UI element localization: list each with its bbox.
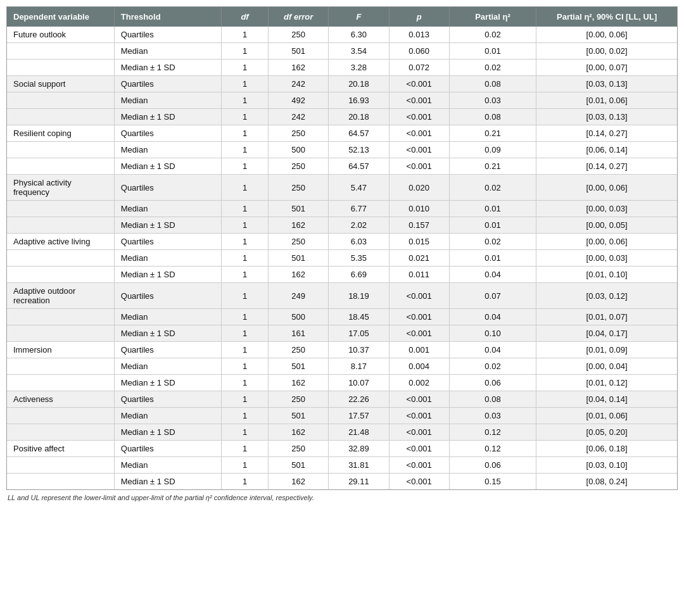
F-cell: 52.13 (329, 142, 389, 158)
eta-cell: 0.03 (449, 408, 536, 424)
eta-cell: 0.02 (449, 60, 536, 76)
ci-cell: [0.04, 0.17] (536, 325, 677, 342)
threshold-cell: Quartiles (114, 27, 221, 43)
F-cell: 20.18 (329, 109, 389, 125)
p-cell: 0.015 (389, 234, 449, 250)
ci-cell: [0.00, 0.06] (536, 27, 677, 43)
df-cell: 1 (222, 158, 269, 175)
eta-cell: 0.01 (449, 43, 536, 60)
F-cell: 32.89 (329, 441, 389, 457)
df-cell: 1 (222, 76, 269, 92)
threshold-cell: Median ± 1 SD (114, 375, 221, 391)
df_error-cell: 242 (269, 76, 329, 92)
table-row: Adaptive active livingQuartiles12506.030… (7, 234, 677, 250)
p-cell: 0.001 (389, 342, 449, 358)
p-cell: 0.157 (389, 217, 449, 234)
ci-cell: [0.14, 0.27] (536, 125, 677, 142)
df_error-cell: 501 (269, 201, 329, 217)
df_error-cell: 250 (269, 158, 329, 175)
dep-var-cell (7, 60, 114, 76)
df_error-cell: 162 (269, 424, 329, 441)
df_error-cell: 250 (269, 342, 329, 358)
F-cell: 5.47 (329, 175, 389, 201)
p-cell: <0.001 (389, 283, 449, 309)
dep-var-cell: Physical activity frequency (7, 175, 114, 201)
F-cell: 10.07 (329, 375, 389, 391)
ci-cell: [0.06, 0.14] (536, 142, 677, 158)
table-row: ImmersionQuartiles125010.370.0010.04[0.0… (7, 342, 677, 358)
threshold-cell: Median ± 1 SD (114, 158, 221, 175)
df-cell: 1 (222, 109, 269, 125)
p-cell: <0.001 (389, 424, 449, 441)
threshold-cell: Median (114, 457, 221, 474)
col-df: df (222, 7, 269, 27)
eta-cell: 0.06 (449, 375, 536, 391)
F-cell: 6.77 (329, 201, 389, 217)
table-row: Adaptive outdoor recreationQuartiles1249… (7, 283, 677, 309)
df_error-cell: 161 (269, 325, 329, 342)
ci-cell: [0.05, 0.20] (536, 424, 677, 441)
dep-var-cell (7, 158, 114, 175)
p-cell: <0.001 (389, 158, 449, 175)
df_error-cell: 250 (269, 391, 329, 408)
df-cell: 1 (222, 142, 269, 158)
table-row: Median150052.13<0.0010.09[0.06, 0.14] (7, 142, 677, 158)
col-f: F (329, 7, 389, 27)
p-cell: 0.011 (389, 267, 449, 283)
F-cell: 17.57 (329, 408, 389, 424)
table-row: Median15018.170.0040.02[0.00, 0.04] (7, 358, 677, 375)
eta-cell: 0.10 (449, 325, 536, 342)
F-cell: 3.54 (329, 43, 389, 60)
df-cell: 1 (222, 43, 269, 60)
dep-var-cell: Adaptive active living (7, 234, 114, 250)
df-cell: 1 (222, 391, 269, 408)
df_error-cell: 501 (269, 457, 329, 474)
df-cell: 1 (222, 457, 269, 474)
df-cell: 1 (222, 424, 269, 441)
threshold-cell: Median (114, 408, 221, 424)
df-cell: 1 (222, 325, 269, 342)
eta-cell: 0.04 (449, 309, 536, 325)
ci-cell: [0.00, 0.07] (536, 60, 677, 76)
F-cell: 22.26 (329, 391, 389, 408)
col-eta: Partial η² (449, 7, 536, 27)
dep-var-cell (7, 267, 114, 283)
p-cell: <0.001 (389, 441, 449, 457)
eta-cell: 0.21 (449, 125, 536, 142)
p-cell: <0.001 (389, 325, 449, 342)
df_error-cell: 501 (269, 43, 329, 60)
table-row: Physical activity frequencyQuartiles1250… (7, 175, 677, 201)
table-row: ActivenessQuartiles125022.26<0.0010.08[0… (7, 391, 677, 408)
ci-cell: [0.00, 0.02] (536, 43, 677, 60)
ci-cell: [0.01, 0.10] (536, 267, 677, 283)
F-cell: 20.18 (329, 76, 389, 92)
eta-cell: 0.15 (449, 474, 536, 490)
col-ci: Partial η², 90% CI [LL, UL] (536, 7, 677, 27)
dep-var-cell (7, 43, 114, 60)
df_error-cell: 250 (269, 441, 329, 457)
ci-cell: [0.01, 0.12] (536, 375, 677, 391)
df_error-cell: 162 (269, 60, 329, 76)
table-row: Resilient copingQuartiles125064.57<0.001… (7, 125, 677, 142)
df-cell: 1 (222, 27, 269, 43)
threshold-cell: Quartiles (114, 76, 221, 92)
F-cell: 18.45 (329, 309, 389, 325)
table-row: Median15015.350.0210.01[0.00, 0.03] (7, 250, 677, 267)
ci-cell: [0.01, 0.06] (536, 408, 677, 424)
threshold-cell: Median ± 1 SD (114, 474, 221, 490)
dep-var-cell (7, 375, 114, 391)
df_error-cell: 250 (269, 27, 329, 43)
p-cell: 0.021 (389, 250, 449, 267)
col-df-error: df error (269, 7, 329, 27)
eta-cell: 0.03 (449, 92, 536, 109)
threshold-cell: Median ± 1 SD (114, 60, 221, 76)
threshold-cell: Median (114, 92, 221, 109)
table-row: Median150018.45<0.0010.04[0.01, 0.07] (7, 309, 677, 325)
dep-var-cell (7, 474, 114, 490)
F-cell: 8.17 (329, 358, 389, 375)
ci-cell: [0.08, 0.24] (536, 474, 677, 490)
dep-var-cell (7, 201, 114, 217)
eta-cell: 0.06 (449, 457, 536, 474)
dep-var-cell: Social support (7, 76, 114, 92)
p-cell: <0.001 (389, 109, 449, 125)
